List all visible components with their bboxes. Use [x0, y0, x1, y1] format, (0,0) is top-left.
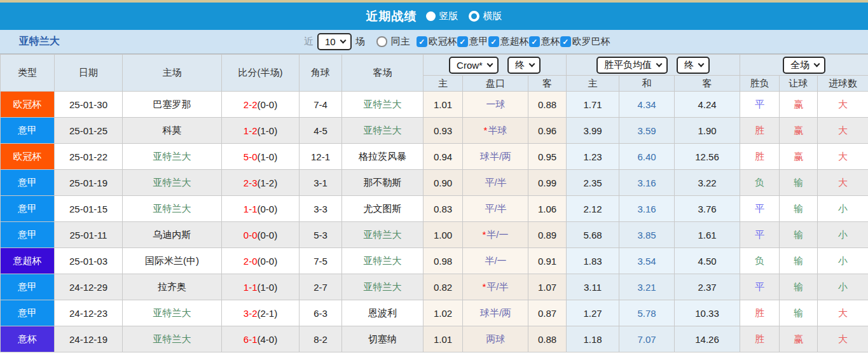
radio-label-vertical[interactable]: 竖版	[439, 10, 458, 22]
checkbox-checked-icon[interactable]: ✓	[488, 36, 499, 47]
cell-handicap: *半/一	[463, 222, 528, 248]
cell-away: 格拉茨风暴	[342, 144, 424, 170]
cell-result-handicap: 输	[780, 248, 818, 274]
check-icon: ✓	[562, 38, 568, 46]
cell-away: 亚特兰大	[342, 274, 424, 300]
chevron-down-icon	[698, 60, 705, 67]
league-label: 意杯	[541, 36, 560, 48]
subheader-odds-away: 客	[528, 76, 567, 92]
league-filter[interactable]: ✓ 欧冠杯	[417, 36, 457, 48]
handicap-star: *	[482, 229, 486, 240]
table-row: 欧冠杯 25-01-22 亚特兰大 5-0(1-0) 12-1 格拉茨风暴 0.…	[1, 144, 868, 170]
score-halftime: (0-0)	[258, 230, 278, 240]
radio-label-horizontal[interactable]: 横版	[483, 10, 502, 22]
recent-count-select[interactable]: 10	[317, 33, 352, 50]
cell-odds-home: 0.82	[424, 274, 463, 300]
cell-avg-lose: 1.90	[675, 118, 740, 144]
recent-count-value: 10	[325, 36, 336, 47]
table-header: 类型 日期 主场 比分(半场) 角球 客场 Crow* 终	[1, 55, 868, 92]
cell-avg-draw: 5.78	[619, 300, 675, 326]
cell-odds-away: 0.88	[528, 92, 567, 118]
radio-option-horizontal[interactable]: 横版	[469, 10, 502, 22]
checkbox-checked-icon[interactable]: ✓	[529, 36, 540, 47]
cell-handicap: 球半/两	[463, 300, 528, 326]
cell-odds-away: 0.99	[528, 170, 567, 196]
handicap-value: 平/半	[486, 281, 508, 292]
cell-avg-draw: 3.16	[619, 196, 675, 222]
cell-result-wdl: 平	[740, 274, 780, 300]
check-icon: ✓	[459, 38, 465, 46]
avg-time-value: 终	[684, 59, 694, 71]
cell-handicap: *半球	[463, 118, 528, 144]
avg-type-select[interactable]: 胜平负均值	[596, 57, 668, 74]
cell-avg-lose: 12.56	[675, 144, 740, 170]
radio-selected-icon[interactable]	[469, 11, 479, 22]
radio-unselected-icon[interactable]	[426, 11, 436, 21]
checkbox-unchecked-icon[interactable]	[376, 36, 387, 47]
cell-odds-away: 0.96	[528, 118, 567, 144]
cell-corner: 3-1	[300, 170, 342, 196]
handicap-value: 球半/两	[480, 307, 511, 318]
subheader-avg-win: 主	[567, 76, 619, 92]
checkbox-checked-icon[interactable]: ✓	[457, 36, 468, 47]
cell-date: 25-01-15	[55, 196, 123, 222]
cell-odds-home: 0.94	[424, 144, 463, 170]
cell-avg-lose: 4.24	[675, 92, 740, 118]
odds-company-select[interactable]: Crow*	[449, 57, 499, 74]
team-name: 亚特兰大	[19, 35, 210, 48]
cell-result-handicap: 输	[780, 196, 818, 222]
checkbox-checked-icon[interactable]: ✓	[417, 36, 427, 47]
filter-bar: 亚特兰大 近 10 场 同主 ✓ 欧冠杯 ✓ 意甲 ✓ 意超杯 ✓	[0, 30, 868, 54]
league-filter[interactable]: ✓ 意超杯	[488, 36, 529, 48]
cell-date: 25-01-19	[55, 170, 123, 196]
cell-date: 24-12-19	[55, 326, 123, 352]
subheader-result-wdl: 胜负	[740, 76, 780, 92]
cell-home: 亚特兰大	[123, 326, 222, 352]
league-list: ✓ 欧冠杯 ✓ 意甲 ✓ 意超杯 ✓ 意杯 ✓ 欧罗巴杯	[417, 36, 610, 48]
same-home-filter[interactable]: 同主	[376, 36, 410, 48]
cell-odds-away: 0.89	[528, 222, 567, 248]
table-row: 意甲 24-12-23 亚特兰大 3-2(2-1) 6-3 恩波利 1.02 球…	[1, 300, 868, 326]
cell-date: 25-01-03	[55, 248, 123, 274]
cell-odds-home: 1.00	[424, 222, 463, 248]
league-filter[interactable]: ✓ 意杯	[529, 36, 560, 48]
cell-avg-draw: 6.40	[619, 144, 675, 170]
radio-option-vertical[interactable]: 竖版	[426, 10, 458, 22]
cell-corner: 5-3	[300, 222, 342, 248]
avg-time-select[interactable]: 终	[677, 57, 710, 74]
checkbox-checked-icon[interactable]: ✓	[560, 36, 571, 47]
cell-handicap: 两球	[463, 326, 528, 352]
cell-corner: 4-5	[300, 118, 342, 144]
cell-away: 那不勒斯	[342, 170, 424, 196]
row-type-badge: 意甲	[1, 300, 55, 326]
league-filter[interactable]: ✓ 欧罗巴杯	[560, 36, 610, 48]
table-row: 意甲 25-01-11 乌迪内斯 0-0(0-0) 5-3 亚特兰大 1.00 …	[1, 222, 868, 248]
cell-odds-away: 0.87	[528, 300, 567, 326]
handicap-value: 半/一	[486, 229, 508, 240]
col-header-home: 主场	[123, 55, 222, 92]
league-filter[interactable]: ✓ 意甲	[457, 36, 488, 48]
score-halftime: (0-0)	[258, 204, 278, 214]
cell-result-goals: 大	[818, 144, 868, 170]
cell-avg-draw: 4.34	[619, 92, 675, 118]
cell-result-handicap: 赢	[780, 326, 818, 352]
cell-result-wdl: 胜	[740, 118, 780, 144]
odds-time-select[interactable]: 终	[507, 57, 541, 74]
handicap-value: 半/一	[485, 255, 506, 266]
handicap-value: 两球	[486, 333, 506, 344]
cell-corner: 12-1	[300, 144, 342, 170]
cell-corner: 3-3	[300, 196, 342, 222]
page-title: 近期战绩	[366, 8, 417, 25]
cell-avg-win: 2.12	[567, 196, 619, 222]
subheader-avg-lose: 客	[675, 76, 740, 92]
cell-score: 2-2(0-0)	[222, 92, 300, 118]
cell-odds-away: 0.91	[528, 248, 567, 274]
scope-select[interactable]: 全场	[783, 57, 825, 74]
cell-date: 25-01-25	[55, 118, 123, 144]
cell-result-handicap: 赢	[780, 144, 818, 170]
score-halftime: (0-0)	[258, 99, 278, 110]
chevron-down-icon	[656, 60, 663, 67]
cell-home: 科莫	[123, 118, 222, 144]
handicap-star: *	[484, 125, 488, 136]
score-halftime: (0-0)	[258, 256, 278, 267]
